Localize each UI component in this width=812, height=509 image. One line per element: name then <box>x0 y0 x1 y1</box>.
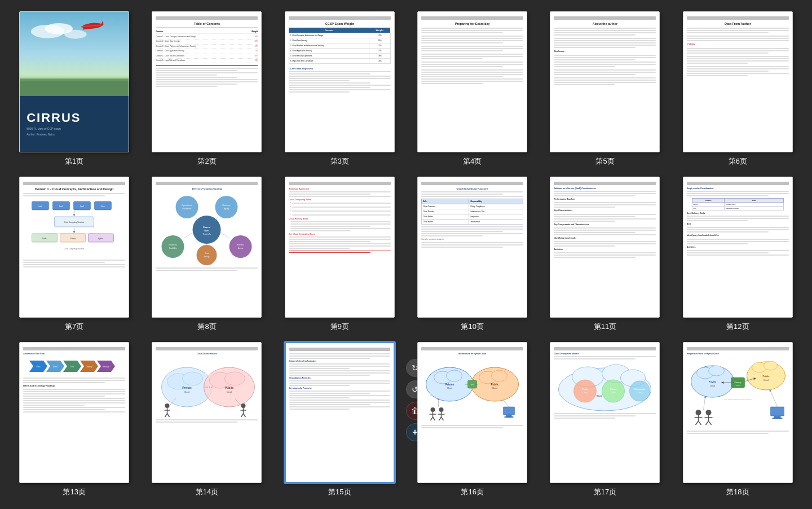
svg-point-140 <box>708 366 724 376</box>
svg-text:Private: Private <box>70 238 76 240</box>
svg-rect-119 <box>505 416 514 418</box>
svg-rect-117 <box>504 407 515 415</box>
page-thumbnail-3[interactable]: CCSP Exam Weight DomainWeight 1. Cloud C… <box>285 11 395 152</box>
svg-text:Agility: Agility <box>224 208 230 210</box>
svg-text:PaaS: PaaS <box>59 205 63 208</box>
svg-line-115 <box>439 417 442 420</box>
svg-point-134 <box>630 381 650 401</box>
page-thumbnail-8[interactable]: Drivers of Cloud computing Capex/ Opex T… <box>152 177 262 318</box>
svg-text:Hybrid: Hybrid <box>597 395 602 397</box>
page-item-18[interactable]: Integration Points in Hybrid Cloud Priva… <box>675 342 801 497</box>
svg-line-110 <box>431 417 433 420</box>
svg-point-128 <box>574 380 597 402</box>
svg-text:IaaS: IaaS <box>39 205 42 208</box>
page-item-7[interactable]: Domain 1 – Cloud Concepts, Architecture … <box>11 177 137 332</box>
page-item-14[interactable]: Cloud Characteristics Private Cloud <box>144 342 270 497</box>
page-thumbnail-14[interactable]: Cloud Characteristics Private Cloud <box>152 342 262 483</box>
page-item-15[interactable]: Impact of cloud technologies Virtualizat… <box>277 342 403 497</box>
page-thumbnail-5[interactable]: About the author Disclosure: <box>550 11 660 152</box>
page-item-5[interactable]: About the author Disclosure: <box>542 11 668 166</box>
page-item-3[interactable]: CCSP Exam Weight DomainWeight 1. Cloud C… <box>277 11 403 166</box>
page-thumbnail-7[interactable]: Domain 1 – Cloud Concepts, Architecture … <box>19 177 129 318</box>
toc-title: Table of Contents <box>156 22 258 25</box>
svg-text:Cloud: Cloud <box>227 391 232 393</box>
svg-text:Cloud: Cloud <box>447 387 452 389</box>
svg-text:Plan: Plan <box>36 366 40 368</box>
page-label-11: 第11页 <box>594 322 616 332</box>
svg-text:SaaS: SaaS <box>80 205 84 208</box>
page-label-18: 第18页 <box>726 487 749 497</box>
svg-point-94 <box>447 370 462 381</box>
cover-subtitle: 8000 Ft. view of CCP exam <box>27 127 61 131</box>
svg-text:Gateway: Gateway <box>734 381 741 384</box>
svg-point-48 <box>197 245 217 265</box>
svg-line-158 <box>695 421 698 425</box>
page-grid: CIRRUS 8000 Ft. view of CCP exam Author:… <box>11 11 801 497</box>
page-item-1[interactable]: CIRRUS 8000 Ft. view of CCP exam Author:… <box>11 11 137 166</box>
page-item-8[interactable]: Drivers of Cloud computing Capex/ Opex T… <box>144 177 270 332</box>
svg-text:Tradeoffs: Tradeoffs <box>203 233 211 235</box>
page-thumbnail-17[interactable]: Cloud Deployment Models Publ <box>550 342 660 483</box>
page-item-16[interactable]: Architecture for Hybrid Cloud Private Cl… <box>409 342 535 497</box>
svg-text:Public: Public <box>225 386 233 389</box>
svg-text:Operational: Operational <box>182 204 192 207</box>
page-label-10: 第10页 <box>461 322 483 332</box>
page-thumbnail-18[interactable]: Integration Points in Hybrid Cloud Priva… <box>683 342 793 483</box>
page-thumbnail-6[interactable]: Data From Author *CIRRUS <box>683 11 793 152</box>
page-item-9[interactable]: Strategic Approach Cloud Computing Roles… <box>277 177 403 332</box>
svg-text:Cloud: Cloud <box>492 387 497 389</box>
page-label-13: 第13页 <box>63 487 85 497</box>
page-item-6[interactable]: Data From Author *CIRRUS <box>675 11 801 166</box>
page-thumbnail-1[interactable]: CIRRUS 8000 Ft. view of CCP exam Author:… <box>19 11 129 152</box>
page-thumbnail-10[interactable]: Cloud Stewardship Functions Role Respons… <box>417 177 527 318</box>
page-item-11[interactable]: Software as a Service (SaaS) Considerati… <box>542 177 668 332</box>
page-item-10[interactable]: Cloud Stewardship Functions Role Respons… <box>409 177 535 332</box>
svg-line-170 <box>770 390 777 407</box>
page6-title: Data From Author <box>687 22 789 25</box>
svg-text:Private: Private <box>183 386 192 389</box>
page-thumbnail-13[interactable]: Architecture Plan View Plan Build Test <box>19 342 129 483</box>
svg-point-42 <box>215 196 238 218</box>
page-label-15: 第15页 <box>328 487 351 497</box>
page-thumbnail-16[interactable]: Architecture for Hybrid Cloud Private Cl… <box>417 342 527 483</box>
page-thumbnail-15[interactable]: Impact of cloud technologies Virtualizat… <box>285 342 395 483</box>
page-label-12: 第12页 <box>726 322 749 332</box>
svg-text:Wireless: Wireless <box>237 244 245 246</box>
page-label-16: 第16页 <box>461 487 483 497</box>
page-thumbnail-12[interactable]: Single vendor Consideration Category Det… <box>683 177 793 318</box>
svg-text:Deploy: Deploy <box>86 366 92 368</box>
svg-line-116 <box>442 417 444 420</box>
page-label-14: 第14页 <box>196 487 218 497</box>
svg-rect-10 <box>20 78 129 81</box>
svg-rect-118 <box>506 415 512 416</box>
page-item-17[interactable]: Cloud Deployment Models Publ <box>542 342 668 497</box>
svg-line-165 <box>703 397 705 410</box>
svg-line-58 <box>221 232 230 238</box>
page-item-13[interactable]: Architecture Plan View Plan Build Test <box>11 342 137 497</box>
page-thumbnail-11[interactable]: Software as a Service (SaaS) Considerati… <box>550 177 660 318</box>
svg-marker-24 <box>73 231 76 233</box>
page5-title: About the author <box>554 22 656 25</box>
svg-line-163 <box>705 421 708 425</box>
svg-text:Cloud: Cloud <box>611 392 616 394</box>
svg-text:Note: security boundaries must: Note: security boundaries must be enforc… <box>724 399 752 401</box>
svg-line-164 <box>708 421 711 425</box>
svg-text:Cloud: Cloud <box>764 379 769 381</box>
page-item-4[interactable]: Preparing for Exam day <box>409 11 535 166</box>
svg-text:Manager: Manager <box>735 385 740 387</box>
page-item-12[interactable]: Single vendor Consideration Category Det… <box>675 177 801 332</box>
svg-text:Resilience: Resilience <box>183 208 192 210</box>
svg-point-76 <box>225 372 245 385</box>
svg-text:Private: Private <box>445 383 454 386</box>
svg-text:Private: Private <box>610 388 617 390</box>
page-item-2[interactable]: Table of Contents DomainWeight Domain 1 … <box>144 11 270 166</box>
page4-title: Preparing for Exam day <box>421 22 523 25</box>
page-label-17: 第17页 <box>594 487 616 497</box>
svg-text:Cloud: Cloud <box>184 391 189 393</box>
svg-marker-20 <box>73 214 76 216</box>
svg-text:Public: Public <box>42 238 47 240</box>
page-thumbnail-9[interactable]: Strategic Approach Cloud Computing Roles… <box>285 177 395 318</box>
page-thumbnail-4[interactable]: Preparing for Exam day <box>417 11 527 152</box>
svg-text:Community: Community <box>634 388 645 390</box>
page-thumbnail-2[interactable]: Table of Contents DomainWeight Domain 1 … <box>152 11 262 152</box>
